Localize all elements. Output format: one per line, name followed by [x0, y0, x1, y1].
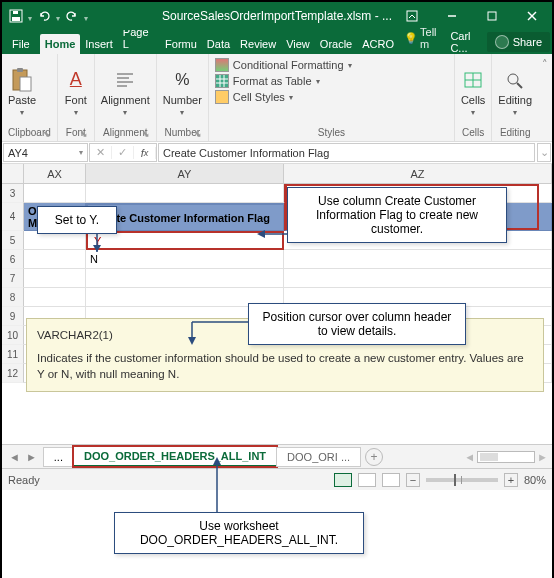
- dialog-launcher-icon[interactable]: ⬊: [142, 129, 150, 139]
- row-header[interactable]: 10: [2, 326, 24, 345]
- number-button[interactable]: %Number▾: [163, 68, 202, 117]
- sheet-tab-active[interactable]: DOO_ORDER_HEADERS_ALL_INT: [73, 446, 277, 467]
- sheet-tab-bar: ◄ ► ... DOO_ORDER_HEADERS_ALL_INT DOO_OR…: [2, 444, 552, 468]
- group-cells: Cells▾ Cells: [455, 54, 492, 141]
- group-number: %Number▾ Number⬊: [157, 54, 209, 141]
- row-header[interactable]: 3: [2, 184, 24, 203]
- tab-acrobat[interactable]: ACRO: [357, 34, 399, 54]
- view-page-break-icon[interactable]: [382, 473, 400, 487]
- paste-button[interactable]: Paste ▾: [8, 68, 36, 117]
- sheet-tab-other[interactable]: DOO_ORI ...: [276, 447, 361, 467]
- row-header[interactable]: 5: [2, 231, 24, 250]
- editing-icon: [503, 68, 527, 92]
- group-styles: Conditional Formatting ▾ Format as Table…: [209, 54, 455, 141]
- chevron-down-icon[interactable]: ▾: [56, 14, 60, 23]
- user-name[interactable]: Carl C...: [450, 30, 482, 54]
- row-header[interactable]: 8: [2, 288, 24, 307]
- dialog-launcher-icon[interactable]: ⬊: [194, 129, 202, 139]
- cell[interactable]: N: [86, 250, 284, 269]
- conditional-formatting-button[interactable]: Conditional Formatting ▾: [215, 58, 448, 72]
- view-normal-icon[interactable]: [334, 473, 352, 487]
- dialog-launcher-icon[interactable]: ⬊: [80, 129, 88, 139]
- scroll-left-icon[interactable]: ◄: [464, 451, 475, 463]
- undo-icon[interactable]: [36, 8, 52, 24]
- zoom-in-icon[interactable]: +: [504, 473, 518, 487]
- new-sheet-icon[interactable]: +: [365, 448, 383, 466]
- formula-bar-buttons: ✕ ✓ fx: [89, 143, 157, 162]
- column-headers: AX AY AZ: [2, 164, 552, 184]
- row-header[interactable]: 6: [2, 250, 24, 269]
- tab-insert[interactable]: Insert: [80, 34, 118, 54]
- tab-home[interactable]: Home: [40, 34, 81, 54]
- svg-rect-10: [20, 77, 31, 91]
- format-as-table-button[interactable]: Format as Table ▾: [215, 74, 448, 88]
- chevron-down-icon[interactable]: ▾: [28, 14, 32, 23]
- cells-icon: [461, 68, 485, 92]
- svg-rect-9: [17, 68, 23, 72]
- alignment-button[interactable]: Alignment▾: [101, 68, 150, 117]
- tab-data[interactable]: Data: [202, 34, 235, 54]
- svg-rect-3: [407, 11, 417, 21]
- expand-formula-bar-icon[interactable]: ⌄: [537, 143, 551, 162]
- collapse-ribbon-icon[interactable]: ˄: [538, 54, 552, 141]
- row-header[interactable]: 11: [2, 345, 24, 364]
- maximize-icon[interactable]: [472, 2, 512, 30]
- callout-column: Use column Create Customer Information F…: [287, 187, 507, 243]
- zoom-out-icon[interactable]: −: [406, 473, 420, 487]
- dialog-launcher-icon[interactable]: ⬊: [43, 129, 51, 139]
- callout-cursor: Position cursor over column header to vi…: [248, 303, 466, 345]
- editing-button[interactable]: Editing▾: [498, 68, 532, 117]
- group-alignment: Alignment▾ Alignment⬊: [95, 54, 157, 141]
- redo-icon[interactable]: [64, 8, 80, 24]
- tab-formulas[interactable]: Formu: [160, 34, 202, 54]
- column-header-az[interactable]: AZ: [284, 164, 552, 183]
- paste-icon: [10, 68, 34, 92]
- view-page-layout-icon[interactable]: [358, 473, 376, 487]
- enter-formula-icon[interactable]: ✓: [112, 146, 134, 159]
- svg-point-23: [508, 74, 518, 84]
- row-header[interactable]: 4: [2, 203, 24, 231]
- ribbon-tabs: File Home Insert Page L Formu Data Revie…: [2, 30, 552, 54]
- font-button[interactable]: AFont▾: [64, 68, 88, 117]
- column-header-ay[interactable]: AY: [86, 164, 284, 183]
- group-font: AFont▾ Font⬊: [58, 54, 95, 141]
- close-icon[interactable]: [512, 2, 552, 30]
- svg-rect-5: [488, 12, 496, 20]
- chevron-down-icon[interactable]: ▾: [84, 14, 88, 23]
- sheet-tab-more[interactable]: ...: [43, 447, 74, 467]
- name-box[interactable]: AY4▾: [3, 143, 88, 162]
- fx-icon[interactable]: fx: [134, 147, 156, 159]
- tab-file[interactable]: File: [2, 34, 40, 54]
- zoom-level[interactable]: 80%: [524, 474, 546, 486]
- save-icon[interactable]: [8, 8, 24, 24]
- chevron-down-icon: ▾: [79, 148, 83, 157]
- lightbulb-icon: 💡: [404, 32, 418, 45]
- zoom-slider[interactable]: [426, 478, 498, 482]
- ribbon: Paste ▾ Clipboard⬊ AFont▾ Font⬊ Alignmen…: [2, 54, 552, 142]
- sheet-nav-prev-icon[interactable]: ◄: [6, 451, 23, 463]
- quick-access-toolbar: ▾ ▾ ▾: [2, 8, 94, 24]
- column-header-ax[interactable]: AX: [24, 164, 86, 183]
- horizontal-scrollbar[interactable]: [477, 451, 535, 463]
- tab-oracle[interactable]: Oracle: [315, 34, 357, 54]
- tell-me[interactable]: 💡Tell m: [399, 22, 450, 54]
- tab-view[interactable]: View: [281, 34, 315, 54]
- svg-rect-2: [13, 11, 18, 14]
- row-header[interactable]: 7: [2, 269, 24, 288]
- scroll-right-icon[interactable]: ►: [537, 451, 548, 463]
- formula-bar: AY4▾ ✕ ✓ fx Create Customer Information …: [2, 142, 552, 164]
- row-header[interactable]: 12: [2, 364, 24, 383]
- status-bar: Ready − + 80%: [2, 468, 552, 490]
- formula-input[interactable]: Create Customer Information Flag: [158, 143, 535, 162]
- status-ready: Ready: [8, 474, 40, 486]
- row-header[interactable]: 9: [2, 307, 24, 326]
- alignment-icon: [113, 68, 137, 92]
- cancel-formula-icon[interactable]: ✕: [90, 146, 112, 159]
- tab-review[interactable]: Review: [235, 34, 281, 54]
- cells-button[interactable]: Cells▾: [461, 68, 485, 117]
- cell-styles-button[interactable]: Cell Styles ▾: [215, 90, 448, 104]
- select-all-corner[interactable]: [2, 164, 24, 183]
- share-button[interactable]: Share: [487, 32, 550, 52]
- svg-rect-1: [12, 17, 20, 21]
- sheet-nav-next-icon[interactable]: ►: [23, 451, 40, 463]
